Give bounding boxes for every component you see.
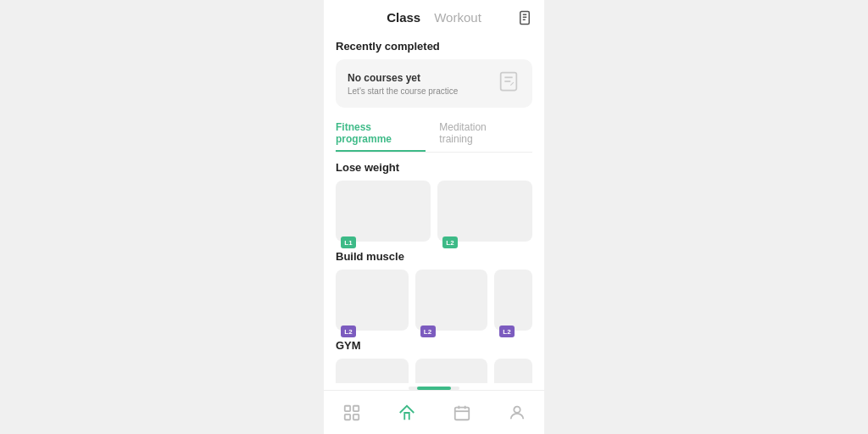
- no-courses-info: No courses yet Let's start the course pr…: [348, 72, 458, 96]
- recently-completed-title: Recently completed: [336, 40, 532, 53]
- notes-icon[interactable]: [517, 10, 532, 30]
- header: Class Workout: [324, 0, 544, 31]
- badge-l2-green: L2: [442, 236, 458, 248]
- card-lose-weight-1[interactable]: L1: [336, 181, 431, 242]
- no-courses-text: No courses yet: [348, 72, 458, 84]
- card-build-muscle-1[interactable]: L2: [336, 270, 409, 331]
- category-gym-title: GYM: [336, 339, 532, 352]
- bottom-nav: [324, 390, 544, 434]
- badge-l1-green: L1: [341, 236, 356, 248]
- svg-point-15: [514, 406, 520, 412]
- recently-completed-card: No courses yet Let's start the course pr…: [336, 59, 532, 108]
- badge-l2-purple-2: L2: [420, 326, 436, 337]
- card-gym-1[interactable]: L3: [336, 359, 409, 383]
- tab-class[interactable]: Class: [387, 10, 420, 26]
- card-build-muscle-2[interactable]: L2: [415, 270, 488, 331]
- lose-weight-cards: L1 L2: [336, 181, 532, 242]
- phone-container: Class Workout Recently completed No cour…: [324, 0, 544, 434]
- category-build-muscle-title: Build muscle: [336, 250, 532, 263]
- svg-rect-11: [454, 407, 469, 420]
- svg-rect-8: [353, 405, 358, 410]
- gym-cards: L3 L3 L3: [336, 359, 532, 383]
- card-build-muscle-3[interactable]: L2: [494, 270, 532, 331]
- course-placeholder-icon: [497, 70, 520, 97]
- badge-l2-purple-1: L2: [341, 326, 356, 337]
- card-lose-weight-2[interactable]: L2: [437, 181, 532, 242]
- badge-l2-purple-3: L2: [499, 326, 515, 337]
- build-muscle-cards: L2 L2 L2: [336, 270, 532, 331]
- nav-grid[interactable]: [342, 403, 361, 422]
- svg-rect-7: [344, 405, 349, 410]
- nav-home[interactable]: [398, 403, 416, 422]
- no-courses-subtitle: Let's start the course practice: [348, 86, 458, 96]
- tab-fitness-programme[interactable]: Fitness programme: [336, 116, 426, 152]
- category-lose-weight-title: Lose weight: [336, 161, 532, 174]
- nav-profile[interactable]: [508, 403, 526, 422]
- scroll-content: Recently completed No courses yet Let's …: [324, 31, 544, 383]
- svg-rect-9: [344, 414, 349, 419]
- tab-meditation-training[interactable]: Meditation training: [439, 116, 519, 152]
- programme-tabs: Fitness programme Meditation training: [336, 116, 532, 153]
- card-gym-3[interactable]: L3: [494, 359, 532, 383]
- svg-rect-10: [353, 414, 358, 419]
- header-tabs: Class Workout: [387, 10, 481, 26]
- card-gym-2[interactable]: L3: [415, 359, 488, 383]
- tab-workout[interactable]: Workout: [434, 10, 481, 26]
- nav-calendar[interactable]: [453, 403, 471, 422]
